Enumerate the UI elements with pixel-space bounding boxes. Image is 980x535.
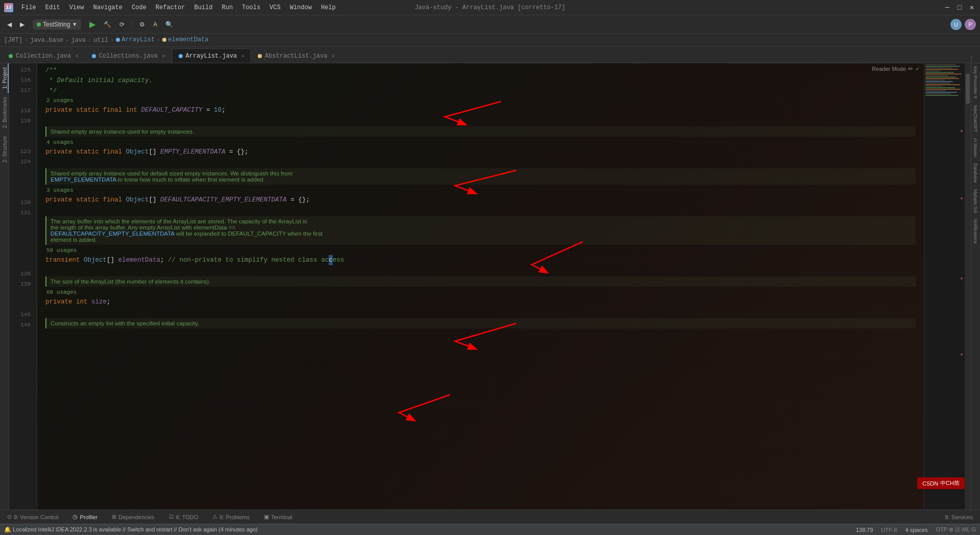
code-line-116: * Default initial capacity.: [45, 75, 916, 86]
services-button[interactable]: 8: Services: [942, 513, 976, 521]
tab-collection[interactable]: Collection.java ✕: [2, 48, 85, 63]
problems-button[interactable]: ⚠ 6: Problems: [209, 513, 253, 521]
cursor-position[interactable]: 138:79: [856, 527, 873, 533]
dependencies-button[interactable]: ⊞ Dependencies: [109, 513, 157, 521]
linenum-blank1: [9, 96, 31, 106]
linenum-146: 146: [9, 320, 31, 330]
panel-key-promoter[interactable]: Key Promoter X: [971, 63, 980, 102]
app-logo: IJ: [4, 3, 13, 12]
editor-area: Reader Mode ✏ ✓ 115 116 117 118 119 123 …: [9, 63, 971, 509]
status-message-text: Localized IntelliJ IDEA 2022.2.3 is avai…: [13, 526, 258, 532]
panel-project[interactable]: 1: Project: [0, 63, 9, 93]
forward-button[interactable]: ▶: [17, 19, 28, 30]
breadcrumb-java[interactable]: java: [71, 37, 86, 44]
panel-notifications[interactable]: Notifications: [971, 216, 980, 247]
linenum-blank7: [9, 218, 31, 228]
user-icon[interactable]: U: [950, 19, 962, 30]
vertical-scrollbar[interactable]: [965, 63, 971, 509]
tab-arraylist-close[interactable]: ✕: [241, 53, 244, 59]
linenum-blank12: [9, 290, 31, 300]
breadcrumb-jrt[interactable]: [JRT]: [4, 37, 22, 44]
menu-edit[interactable]: Edit: [41, 3, 64, 13]
window-title: Java-study - ArrayList.java [corretto-17…: [414, 4, 565, 11]
translate-button[interactable]: A: [150, 19, 160, 30]
terminal-button[interactable]: ▣ Terminal: [261, 513, 296, 521]
indent-status[interactable]: 4 spaces: [905, 527, 927, 533]
panel-structure[interactable]: 2: Structure: [0, 132, 9, 167]
version-control-label: 9: Version Control: [14, 514, 58, 520]
linenum-blank11: [9, 259, 31, 269]
tab-collection-close[interactable]: ✕: [75, 53, 79, 59]
breadcrumb-arraylist[interactable]: ArrayList: [116, 36, 155, 44]
todo-icon: ☑: [169, 514, 174, 520]
code-line-118: private static final int DEFAULT_CAPACIT…: [45, 105, 916, 115]
problems-label: 6: Problems: [219, 514, 250, 520]
tab-collections[interactable]: Collections.java ✕: [85, 48, 172, 63]
panel-maven[interactable]: m Maven: [971, 135, 980, 160]
tab-arraylist[interactable]: ArrayList.java ✕: [172, 48, 251, 63]
menu-refactor[interactable]: Refactor: [152, 3, 189, 13]
plugin-icon[interactable]: P: [965, 19, 976, 30]
scroll-thumb[interactable]: [966, 73, 970, 104]
panel-navchatgpt[interactable]: NavChatGPT: [971, 102, 980, 136]
run-button[interactable]: ▶: [86, 18, 99, 31]
menu-help[interactable]: Help: [317, 3, 340, 13]
tab-abstractlist[interactable]: AbstractList.java ✕: [251, 48, 341, 63]
build-button[interactable]: 🔨: [101, 19, 114, 30]
code-content: 115 116 117 118 119 123 124 130 131: [9, 63, 971, 509]
minimap[interactable]: [924, 63, 965, 509]
linenum-123: 123: [9, 147, 31, 157]
sync-button[interactable]: ⟳: [116, 19, 128, 30]
menu-file[interactable]: File: [17, 3, 40, 13]
minimap-marker-2: [961, 197, 963, 199]
encoding[interactable]: UTF-8: [881, 527, 897, 533]
linenum-blank6: [9, 188, 31, 198]
profiler-button[interactable]: ◷ Profiler: [69, 513, 101, 521]
panel-database[interactable]: Database: [971, 160, 980, 186]
panel-bookmarks[interactable]: 2: Bookmarks: [0, 93, 9, 132]
search-everywhere-button[interactable]: 🔍: [162, 19, 176, 30]
tab-collections-close[interactable]: ✕: [162, 53, 165, 59]
menu-run[interactable]: Run: [217, 3, 237, 13]
menu-window[interactable]: Window: [286, 3, 316, 13]
tab-collections-label: Collections.java: [99, 53, 158, 60]
breadcrumb-javabase[interactable]: java.base: [30, 37, 63, 44]
left-panel-labels: 1: Project 2: Bookmarks 2: Structure: [0, 63, 9, 509]
csdn-widget[interactable]: CSDN 中CH简: [917, 477, 965, 489]
linenum-blank2: [9, 126, 31, 137]
run-config-selector[interactable]: TestString ▼: [30, 18, 84, 31]
tabs-overflow[interactable]: ⋮: [965, 54, 978, 63]
close-button[interactable]: ✕: [968, 4, 976, 12]
tab-abstractlist-close[interactable]: ✕: [331, 53, 335, 59]
code-line-139: [45, 265, 916, 275]
settings-button[interactable]: ⚙: [136, 19, 148, 30]
menu-vcs[interactable]: VCS: [265, 3, 285, 13]
reader-mode-button[interactable]: Reader Mode ✏ ✓: [872, 65, 920, 72]
todo-button[interactable]: ☑ 6: TODO: [166, 513, 202, 521]
menu-code[interactable]: Code: [128, 3, 151, 13]
maximize-button[interactable]: □: [955, 4, 964, 12]
toolbar: ◀ ▶ TestString ▼ ▶ 🔨 ⟳ ⚙ A 🔍 U P: [0, 15, 980, 34]
panel-mybatis[interactable]: Mybatis Sol: [971, 186, 980, 216]
code-line-115: /**: [45, 65, 916, 75]
back-button[interactable]: ◀: [4, 19, 15, 30]
lang-status[interactable]: OTP ⊕ 注·ML·G: [936, 526, 976, 533]
tab-dot: [258, 54, 262, 58]
menu-build[interactable]: Build: [190, 3, 216, 13]
services-label: 8: Services: [945, 514, 973, 520]
version-control-button[interactable]: ⊙ 9: Version Control: [4, 513, 61, 521]
menu-navigate[interactable]: Navigate: [89, 3, 127, 13]
menu-view[interactable]: View: [65, 3, 88, 13]
todo-label: 6: TODO: [176, 514, 199, 520]
tab-dot: [92, 54, 96, 58]
window-controls: ─ □ ✕: [943, 4, 976, 12]
menu-tools[interactable]: Tools: [238, 3, 264, 13]
terminal-icon: ▣: [264, 514, 269, 520]
code-line-145: private int size ;: [45, 297, 916, 307]
linenum-139: 139: [9, 279, 31, 290]
minimize-button[interactable]: ─: [943, 4, 951, 12]
breadcrumb-elementdata[interactable]: elementData: [162, 36, 208, 44]
usage-label-118: 2 usages: [45, 96, 916, 105]
code-body[interactable]: /** * Default initial capacity. */ 2 usa…: [37, 63, 924, 509]
breadcrumb-util[interactable]: util: [93, 37, 108, 44]
